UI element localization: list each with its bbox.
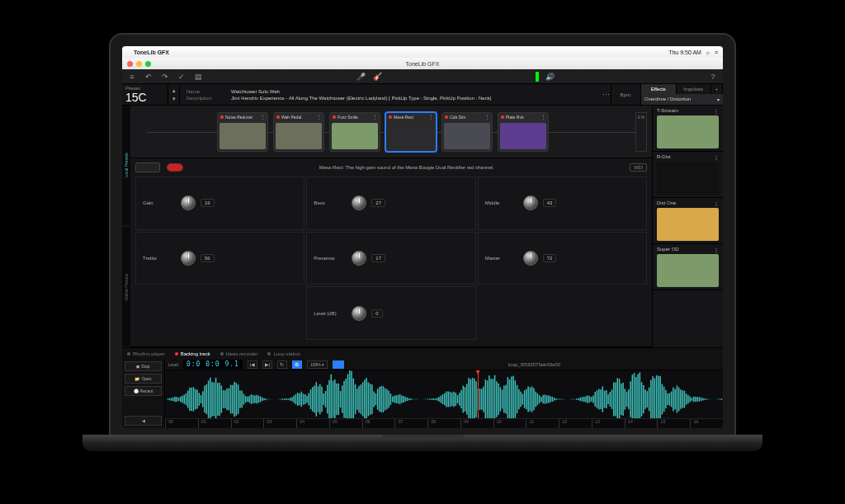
svg-rect-212 bbox=[559, 399, 560, 400]
tab-effects[interactable]: Effects bbox=[641, 84, 677, 94]
pedal-menu-icon[interactable]: ⋮ bbox=[372, 114, 378, 120]
knob-dial[interactable] bbox=[352, 306, 366, 321]
fx-item-menu-icon[interactable]: ⋮ bbox=[714, 200, 719, 206]
tab-ideas-recorder[interactable]: Ideas recorder bbox=[220, 351, 258, 356]
knob-dial[interactable] bbox=[523, 251, 538, 266]
zoom-window-button[interactable] bbox=[145, 61, 151, 67]
knob-value[interactable]: 19 bbox=[201, 199, 215, 207]
tab-local-presets[interactable]: Local Presets bbox=[122, 106, 130, 227]
fx-item-menu-icon[interactable]: ⋮ bbox=[714, 108, 719, 114]
svg-rect-277 bbox=[680, 389, 681, 408]
pedal-plate-rvb[interactable]: Plate Rvb⋮ bbox=[498, 112, 549, 152]
recent-button[interactable]: 🕘Recent bbox=[125, 386, 162, 396]
knob-value[interactable]: 27 bbox=[371, 199, 385, 207]
tab-rhythm-player[interactable]: Rhythm player bbox=[127, 351, 165, 356]
volume-icon[interactable]: 🔊 bbox=[545, 72, 555, 82]
svg-rect-292 bbox=[708, 399, 709, 400]
pedal-cab-sim[interactable]: Cab Sim⋮ bbox=[441, 112, 493, 152]
pedal-mesa-rect[interactable]: Mesa Rect⋮ bbox=[385, 112, 437, 152]
svg-rect-63 bbox=[282, 398, 283, 400]
fx-item-r-dist[interactable]: R-Dist⋮ bbox=[653, 152, 723, 198]
list-icon[interactable]: ▤ bbox=[193, 72, 203, 82]
spotlight-icon[interactable]: ⌕ bbox=[706, 49, 710, 55]
svg-rect-153 bbox=[450, 392, 451, 407]
description-label: Description: bbox=[186, 96, 220, 101]
knob-treble: Treble56 bbox=[135, 232, 304, 285]
waveform-display[interactable]: :00:01:02:03:04:05:06:07:08:09:10:11:12:… bbox=[165, 370, 723, 428]
effect-power-switch[interactable] bbox=[167, 163, 183, 172]
knob-dial[interactable] bbox=[181, 251, 196, 266]
tab-loop-station[interactable]: Loop station bbox=[267, 351, 300, 356]
skip-start-icon[interactable]: |◀ bbox=[248, 360, 257, 369]
svg-rect-96 bbox=[343, 381, 344, 417]
marker-a-button[interactable] bbox=[333, 360, 344, 369]
tab-online-presets[interactable]: Online Presets bbox=[122, 227, 130, 348]
knob-value[interactable]: 56 bbox=[201, 254, 215, 262]
svg-rect-248 bbox=[626, 392, 627, 407]
pedal-wah-pedal[interactable]: Wah Pedal⋮ bbox=[273, 112, 324, 152]
prev-marker-button[interactable]: ◀ bbox=[125, 416, 162, 426]
help-icon[interactable]: ? bbox=[708, 72, 718, 82]
knob-presence: Presence17 bbox=[306, 232, 475, 285]
svg-rect-108 bbox=[366, 378, 366, 421]
knob-dial[interactable] bbox=[181, 195, 196, 210]
output-meter[interactable]: 0 % bbox=[635, 112, 647, 152]
stop-button[interactable]: ◼Stop bbox=[125, 361, 162, 371]
svg-rect-6 bbox=[177, 397, 177, 402]
fx-item-menu-icon[interactable]: ⋮ bbox=[714, 154, 719, 160]
midi-button[interactable]: MIDI bbox=[630, 163, 647, 172]
skip-end-icon[interactable]: ▶| bbox=[262, 360, 272, 369]
tab-backing-track[interactable]: Backing track bbox=[175, 351, 210, 356]
preset-name[interactable]: Watchtower Solo Wah bbox=[231, 89, 280, 94]
tab-impulses[interactable]: Impulses bbox=[677, 84, 712, 94]
svg-rect-204 bbox=[545, 394, 545, 403]
fx-item-super-od[interactable]: Super OD⋮ bbox=[653, 244, 723, 290]
open-button[interactable]: 📁Open bbox=[125, 374, 162, 384]
more-icon[interactable]: ⋯ bbox=[601, 90, 611, 100]
effect-category-select[interactable]: Overdrive / Distortion▾ bbox=[641, 94, 723, 105]
preset-down-button[interactable]: ▾ bbox=[172, 96, 176, 102]
svg-rect-207 bbox=[550, 396, 550, 402]
fx-item-t-scream[interactable]: T-Scream⋮ bbox=[653, 106, 723, 152]
pedal-fuzz-smile[interactable]: Fuzz Smile⋮ bbox=[329, 112, 380, 152]
app-menu-name[interactable]: ToneLib GFX bbox=[134, 49, 169, 55]
knob-dial[interactable] bbox=[523, 195, 538, 210]
knob-dial[interactable] bbox=[352, 251, 366, 266]
tab-add[interactable]: + bbox=[711, 84, 723, 94]
bpm-label[interactable]: Bpm: bbox=[620, 92, 631, 97]
pedal-menu-icon[interactable]: ⋮ bbox=[541, 114, 546, 120]
redo-icon[interactable]: ↷ bbox=[160, 72, 170, 82]
menu-icon[interactable]: ≡ bbox=[127, 72, 137, 82]
knob-dial[interactable] bbox=[352, 195, 366, 210]
knob-value[interactable]: 0 bbox=[371, 309, 382, 318]
knob-value[interactable]: 72 bbox=[543, 254, 557, 262]
pedal-noise-reducer[interactable]: Noise Reducer⋮ bbox=[217, 112, 268, 152]
svg-rect-36 bbox=[232, 385, 233, 414]
fx-item-menu-icon[interactable]: ⋮ bbox=[714, 247, 719, 252]
preset-description[interactable]: Jimi Hendrix Experience - All Along The … bbox=[231, 96, 491, 101]
knob-value[interactable]: 17 bbox=[371, 254, 385, 262]
svg-rect-224 bbox=[582, 397, 583, 401]
pedal-menu-icon[interactable]: ⋮ bbox=[484, 114, 490, 120]
close-window-button[interactable] bbox=[127, 61, 133, 67]
knob-value[interactable]: 43 bbox=[543, 199, 557, 207]
preset-up-button[interactable]: ▴ bbox=[172, 87, 176, 94]
minimize-window-button[interactable] bbox=[136, 61, 142, 67]
menubar-menu-icon[interactable]: ≡ bbox=[715, 49, 718, 55]
playhead[interactable] bbox=[478, 370, 479, 418]
undo-icon[interactable]: ↶ bbox=[144, 72, 153, 82]
settings-icon[interactable]: ⚙ bbox=[292, 360, 302, 369]
loop-icon[interactable]: ↻ bbox=[277, 360, 287, 369]
svg-rect-298 bbox=[719, 399, 720, 400]
svg-rect-264 bbox=[656, 375, 657, 423]
check-icon[interactable]: ✓ bbox=[177, 72, 186, 82]
pedal-menu-icon[interactable]: ⋮ bbox=[260, 114, 266, 120]
time-ruler[interactable]: :00:01:02:03:04:05:06:07:08:09:10:11:12:… bbox=[165, 418, 723, 428]
fx-item-dist-one[interactable]: Dist One⋮ bbox=[653, 198, 723, 244]
guitar-icon[interactable]: 🎸 bbox=[372, 72, 382, 82]
svg-rect-165 bbox=[472, 378, 473, 421]
pedal-menu-icon[interactable]: ⋮ bbox=[316, 114, 322, 120]
mic-icon[interactable]: 🎤 bbox=[356, 72, 366, 82]
pedal-menu-icon[interactable]: ⋮ bbox=[428, 114, 434, 120]
zoom-select[interactable]: 100% ▾ bbox=[307, 360, 328, 369]
